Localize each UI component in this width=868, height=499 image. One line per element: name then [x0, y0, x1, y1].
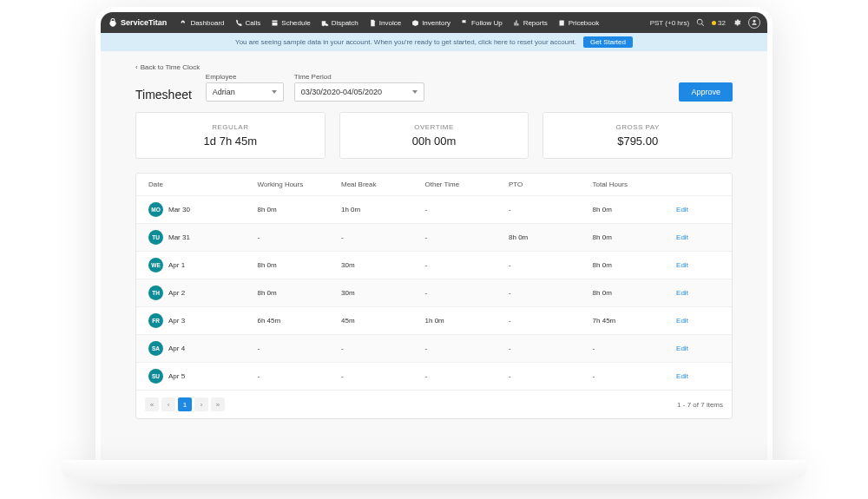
employee-filter: Employee Adrian	[206, 73, 284, 102]
brand-logo[interactable]: ServiceTitan	[108, 17, 167, 28]
pager-prev[interactable]: ‹	[161, 397, 175, 411]
edit-link[interactable]: Edit	[676, 289, 688, 297]
gear-icon[interactable]	[733, 18, 741, 27]
person-icon	[751, 19, 758, 26]
topbar-right: PST (+0 hrs) 32	[650, 16, 760, 29]
meal-break: -	[338, 372, 422, 380]
edit-link[interactable]: Edit	[676, 345, 688, 352]
nav-label: Calls	[246, 19, 261, 27]
weather-widget[interactable]: 32	[712, 19, 726, 27]
pager-page-1[interactable]: 1	[178, 397, 192, 411]
table-row: MOMar 308h 0m1h 0m--8h 0mEdit	[136, 195, 732, 223]
pto: -	[505, 345, 589, 352]
back-link-text: Back to Time Clock	[141, 63, 200, 71]
nav-dispatch[interactable]: Dispatch	[317, 16, 363, 30]
day-badge: SU	[148, 369, 163, 384]
temp-value: 32	[718, 19, 726, 27]
edit-link[interactable]: Edit	[676, 233, 688, 241]
meal-break: 45m	[338, 317, 422, 325]
nav-invoice[interactable]: Invoice	[365, 16, 405, 30]
date-text: Apr 4	[168, 345, 185, 352]
total-hours: 8h 0m	[589, 261, 674, 269]
total-hours: 8h 0m	[589, 233, 674, 241]
table-row: SAApr 4-----Edit	[136, 334, 732, 362]
meal-break: -	[338, 233, 422, 241]
pto: -	[505, 372, 589, 380]
nav-follow-up[interactable]: Follow Up	[457, 16, 507, 30]
meal-break: 30m	[338, 289, 422, 297]
date-cell: WEApr 1	[145, 258, 253, 272]
nav-pricebook[interactable]: Pricebook	[554, 16, 604, 30]
other-time: -	[422, 233, 506, 241]
nav-label: Reports	[523, 19, 548, 27]
employee-select[interactable]: Adrian	[206, 82, 284, 102]
timesheet-table: DateWorking HoursMeal BreakOther TimePTO…	[135, 173, 733, 419]
card-label: GROSS PAY	[554, 123, 721, 131]
pager-first[interactable]: «	[145, 397, 159, 411]
date-cell: TUMar 31	[145, 230, 253, 245]
pager-last[interactable]: »	[211, 397, 225, 411]
get-started-button[interactable]: Get Started	[583, 36, 633, 48]
stat-card-regular: REGULAR1d 7h 45m	[135, 112, 326, 159]
total-hours: 8h 0m	[589, 289, 674, 297]
search-icon[interactable]	[696, 18, 705, 27]
edit-link[interactable]: Edit	[676, 317, 688, 325]
nav-reports[interactable]: Reports	[509, 16, 552, 30]
date-cell: FRApr 3	[145, 313, 253, 328]
table-row: THApr 28h 0m30m--8h 0mEdit	[136, 279, 732, 306]
user-avatar[interactable]	[748, 16, 760, 29]
col-meal-break: Meal Break	[338, 181, 422, 188]
sun-icon	[712, 21, 716, 25]
day-badge: FR	[148, 313, 163, 328]
back-link[interactable]: ‹ Back to Time Clock	[135, 63, 733, 71]
total-hours: -	[589, 345, 674, 352]
employee-label: Employee	[206, 73, 284, 81]
col-date: Date	[145, 181, 253, 188]
col-working-hours: Working Hours	[253, 181, 338, 188]
working-hours: -	[253, 372, 338, 380]
file-icon	[369, 19, 377, 27]
nav-label: Dashboard	[190, 19, 224, 27]
truck-icon	[321, 19, 329, 27]
nav-label: Inventory	[422, 19, 450, 27]
nav-label: Pricebook	[569, 19, 600, 27]
book-icon	[558, 19, 566, 27]
period-label: Time Period	[294, 73, 424, 81]
timezone-label[interactable]: PST (+0 hrs)	[650, 19, 689, 27]
date-text: Mar 30	[168, 206, 190, 213]
other-time: -	[422, 345, 506, 352]
nav-items: DashboardCallsScheduleDispatchInvoiceInv…	[175, 16, 603, 30]
brand-text: ServiceTitan	[121, 18, 167, 27]
pager-info: 1 - 7 of 7 items	[677, 401, 723, 409]
banner-text: You are seeing sample data in your accou…	[235, 38, 576, 46]
brand-icon	[108, 17, 118, 28]
stat-card-overtime: OVERTIME00h 00m	[339, 112, 529, 159]
edit-link[interactable]: Edit	[676, 372, 688, 380]
nav-dashboard[interactable]: Dashboard	[175, 16, 228, 30]
nav-label: Dispatch	[332, 19, 358, 27]
working-hours: 8h 0m	[253, 289, 338, 297]
date-cell: SUApr 5	[145, 369, 253, 384]
chevron-left-icon: ‹	[135, 63, 138, 71]
phone-icon	[235, 19, 243, 27]
nav-schedule[interactable]: Schedule	[266, 16, 314, 30]
edit-link[interactable]: Edit	[676, 261, 688, 269]
card-value: $795.00	[554, 135, 721, 148]
day-badge: WE	[148, 258, 163, 272]
sample-data-banner: You are seeing sample data in your accou…	[101, 33, 767, 51]
approve-button[interactable]: Approve	[679, 82, 733, 102]
box-icon	[411, 19, 419, 27]
card-label: REGULAR	[147, 123, 314, 131]
nav-inventory[interactable]: Inventory	[407, 16, 455, 30]
period-select[interactable]: 03/30/2020-04/05/2020	[294, 82, 424, 102]
date-text: Apr 1	[168, 261, 185, 269]
day-badge: TU	[148, 230, 163, 245]
date-text: Apr 5	[168, 372, 185, 380]
pto: -	[505, 206, 589, 213]
edit-link[interactable]: Edit	[676, 206, 688, 213]
header-row: Timesheet Employee Adrian Time Period 03…	[135, 73, 733, 102]
table-row: SUApr 5-----Edit	[136, 362, 732, 390]
meal-break: 30m	[338, 261, 422, 269]
pager-next[interactable]: ›	[194, 397, 208, 411]
nav-calls[interactable]: Calls	[231, 16, 266, 30]
